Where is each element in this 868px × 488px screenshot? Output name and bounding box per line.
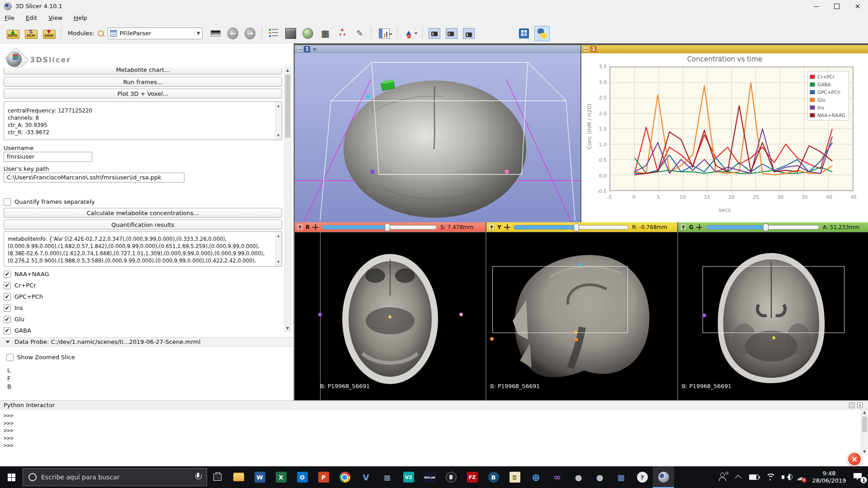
- annotations-pencil-icon[interactable]: ✎: [353, 26, 366, 41]
- data-probe-header[interactable]: Data Probe: C:/dev/1.namic/scenes/ti...2…: [0, 337, 293, 347]
- menu-edit[interactable]: Edit: [21, 13, 42, 21]
- taskbar-notes-app-icon[interactable]: ≣: [504, 466, 525, 488]
- taskbar-chrome-icon[interactable]: [334, 466, 355, 488]
- extensions-manager-icon[interactable]: [517, 26, 531, 41]
- taskbar-voice-recorder-icon[interactable]: [440, 466, 462, 488]
- taskbar-app-v2-icon[interactable]: V2: [398, 466, 419, 488]
- metabolite-checkbox[interactable]: ✔: [4, 316, 11, 323]
- plot-3d-voxel-button[interactable]: Plot 3D + Voxel...: [4, 89, 282, 99]
- quantification-results-button[interactable]: Quantification results: [4, 220, 282, 230]
- calculate-concentrations-button[interactable]: Calculate metabolite concentrations...: [4, 208, 282, 218]
- taskbar-remote-app-icon[interactable]: ▦: [377, 466, 398, 488]
- close-panel-icon[interactable]: ×: [857, 403, 863, 408]
- module-selector-combo[interactable]: PFileParser ▼: [108, 28, 203, 39]
- show-zoomed-slice-checkbox[interactable]: [6, 354, 14, 361]
- action-center-icon[interactable]: 1: [850, 466, 868, 488]
- axial-slice-view[interactable]: B: P19968_56691: [295, 232, 486, 400]
- onedrive-error-icon[interactable]: ☁×: [793, 466, 808, 488]
- taskbar-search-box[interactable]: Escribe aquí para buscar: [23, 468, 207, 486]
- view-pin-icon[interactable]: +: [312, 46, 317, 52]
- view-pin-icon[interactable]: [680, 224, 686, 230]
- metabolite-checkbox[interactable]: ✔: [4, 271, 11, 278]
- metabolite-checkbox[interactable]: ✔: [4, 327, 11, 334]
- taskbar-app-v-icon[interactable]: V: [355, 466, 377, 488]
- crosshair-icon[interactable]: [312, 224, 318, 230]
- metabolite-checkbox[interactable]: ✔: [4, 282, 11, 289]
- battery-icon[interactable]: [747, 466, 762, 488]
- taskbar-app-b-icon[interactable]: B: [483, 466, 504, 488]
- module-search-icon[interactable]: [97, 29, 105, 38]
- data-cube-icon[interactable]: [284, 26, 297, 41]
- chart-view-header[interactable]: − 1: [581, 45, 868, 53]
- collapse-view-icon[interactable]: −: [297, 47, 302, 52]
- window-level-icon[interactable]: [209, 26, 222, 41]
- metabolite-box-scrollbar[interactable]: [275, 232, 282, 266]
- people-icon[interactable]: [716, 466, 731, 488]
- taskbar-globe-browser-icon[interactable]: ⊕: [525, 466, 547, 488]
- taskbar-clock[interactable]: 9:48 28/06/2019: [808, 470, 850, 484]
- module-hierarchy-icon[interactable]: [267, 26, 280, 41]
- taskbar-gray-app-1-icon[interactable]: ●: [568, 466, 589, 488]
- markups-fiducial-icon[interactable]: ** *: [335, 26, 349, 41]
- slider-handle[interactable]: [385, 224, 390, 231]
- task-view-button[interactable]: [207, 466, 228, 488]
- minimize-button[interactable]: [806, 0, 826, 13]
- crosshair-icon[interactable]: [696, 224, 702, 230]
- keypath-input[interactable]: C:\Users\FranciscoMarcano\.ssh\fmrsiuser…: [4, 173, 184, 183]
- run-frames-button[interactable]: Run frames...: [4, 77, 282, 87]
- taskbar-powerpoint-icon[interactable]: P: [313, 466, 334, 488]
- taskbar-inplab-icon[interactable]: INPLAB: [419, 466, 440, 488]
- taskbar-file-explorer-icon[interactable]: [228, 466, 249, 488]
- green-slice-slider[interactable]: [706, 225, 819, 230]
- taskbar-word-icon[interactable]: W: [249, 466, 270, 488]
- metabolite-checkbox[interactable]: ✔: [4, 293, 11, 300]
- start-button[interactable]: [0, 466, 23, 488]
- close-notification-button[interactable]: ×: [847, 452, 862, 466]
- save-data-icon[interactable]: ▼SAVE: [42, 26, 56, 41]
- python-console-icon[interactable]: [534, 26, 550, 41]
- maximize-button[interactable]: [826, 0, 847, 13]
- 3d-view-header[interactable]: − 1 +: [295, 45, 580, 53]
- menu-help[interactable]: Help: [69, 13, 92, 21]
- view-pin-icon[interactable]: [297, 224, 303, 230]
- history-back-icon[interactable]: ←: [226, 26, 240, 41]
- history-forward-icon[interactable]: →: [243, 26, 257, 41]
- python-console[interactable]: >>>>>>>>>>>>>>>: [0, 409, 868, 455]
- header-info-box[interactable]: centralFrequency: 1277125220channels: 8c…: [4, 101, 282, 140]
- coronal-slice-view[interactable]: B: P19968_56691: [678, 232, 868, 400]
- menu-view[interactable]: View: [44, 13, 67, 21]
- taskbar-visual-studio-icon[interactable]: ∞: [547, 466, 568, 488]
- yellow-view-menu[interactable]: Y: [497, 224, 501, 230]
- taskbar-excel-icon[interactable]: X: [270, 466, 292, 488]
- view-pin-icon[interactable]: [488, 224, 495, 230]
- chevron-up-icon[interactable]: [731, 466, 747, 488]
- console-scrollbar[interactable]: [861, 409, 868, 455]
- dicom-icon[interactable]: ⇅DCM: [24, 26, 38, 41]
- red-slice-slider[interactable]: [322, 225, 437, 230]
- yellow-slice-slider[interactable]: [514, 225, 628, 230]
- sagittal-slice-view[interactable]: B: P19968_56691: [486, 232, 677, 400]
- 3d-view[interactable]: [295, 53, 580, 222]
- taskbar-gray-app-2-icon[interactable]: ●: [589, 466, 610, 488]
- metabolite-info-box[interactable]: metaboliteInfo: {'Ala':[(2.42E-02,7.22,0…: [4, 231, 282, 267]
- metabolite-chart-button[interactable]: Metabolite chart...: [4, 68, 282, 75]
- float-panel-icon[interactable]: [849, 403, 854, 408]
- quantify-frames-checkbox[interactable]: [4, 198, 11, 206]
- scene-view-icon[interactable]: [445, 26, 458, 41]
- python-interactor-header[interactable]: Python Interactor ×: [0, 400, 868, 409]
- info-box-scrollbar[interactable]: [275, 102, 282, 140]
- collapse-view-icon[interactable]: −: [583, 47, 589, 52]
- taskbar-dark-app-icon[interactable]: ■: [610, 466, 632, 488]
- taskbar-outlook-icon[interactable]: O: [292, 466, 313, 488]
- red-view-menu[interactable]: R: [306, 224, 310, 230]
- screenshot-icon[interactable]: [428, 26, 441, 41]
- transforms-grid-icon[interactable]: ▦: [318, 26, 332, 41]
- speaker-icon[interactable]: [778, 466, 793, 488]
- load-data-icon[interactable]: ▲DATA: [5, 26, 20, 41]
- crosshair-pin-icon[interactable]: [402, 26, 418, 41]
- layout-selector-icon[interactable]: [376, 26, 392, 41]
- metabolite-checkbox[interactable]: ✔: [4, 305, 11, 312]
- taskbar-help-icon[interactable]: ?: [632, 466, 653, 488]
- crosshair-icon[interactable]: [504, 224, 510, 230]
- taskbar-filezilla-icon[interactable]: FZ: [462, 466, 483, 488]
